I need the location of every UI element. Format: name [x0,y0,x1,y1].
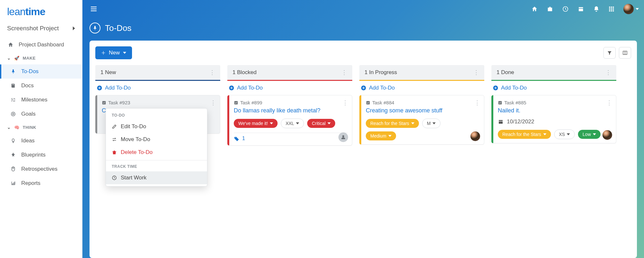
layout-button[interactable] [619,47,631,59]
task-menu-icon[interactable]: ⋮ [342,99,348,106]
page-title: To-Dos [82,18,644,41]
plus-circle-icon [493,85,498,91]
filter-button[interactable] [603,47,616,59]
column-header: 1 Done ⋮ [491,65,616,81]
task-context-menu: TO-DO Edit To-Do Move To-Do [106,108,207,186]
assignee-avatar[interactable] [602,130,612,140]
assignee-avatar[interactable] [470,131,480,141]
task-card[interactable]: Task #899 Do llamas really like death me… [227,95,352,146]
task-card[interactable]: Task #884 Creating some awesome stuff ⋮ … [359,95,484,145]
column-header: 1 New ⋮ [95,65,220,81]
menu-section: TO-DO [106,110,207,120]
task-title[interactable]: Do llamas really like death metal? [234,107,347,114]
task-tag[interactable]: Reach for the Stars [366,119,419,128]
menu-start-work[interactable]: Start Work [106,171,207,184]
add-todo[interactable]: Add To-Do [359,81,484,95]
nav-blueprints[interactable]: Blueprints [0,148,82,162]
task-card[interactable]: Task #885 Nailed it. ⋮ 10/12/2022 Reach … [491,95,616,143]
home-icon[interactable] [531,6,538,12]
book-icon [10,83,17,88]
plus-circle-icon [97,85,102,91]
user-menu[interactable] [623,4,639,14]
task-size[interactable]: M [422,119,441,128]
assignee-avatar[interactable] [338,132,348,142]
svg-rect-13 [611,10,612,12]
apps-icon[interactable] [609,6,614,12]
task-priority[interactable]: Low [578,130,601,139]
add-todo[interactable]: Add To-Do [491,81,616,95]
nav-label: Goals [21,111,35,117]
column-menu-icon[interactable]: ⋮ [341,69,347,76]
task-title[interactable]: Nailed it. [498,107,611,114]
nav-reports[interactable]: Reports [0,176,82,190]
task-title[interactable]: Creating some awesome stuff [366,107,479,114]
avatar [623,4,634,14]
nav-dashboard[interactable]: Project Dashboard [0,38,82,52]
logo[interactable]: leantime [0,0,82,22]
column-menu-icon[interactable]: ⋮ [605,69,611,76]
nav-label: To-Dos [21,68,39,75]
task-menu-icon[interactable]: ⋮ [210,99,216,106]
home-icon [7,42,14,48]
check-icon [234,100,238,105]
svg-point-22 [342,135,344,137]
check-icon [366,100,370,105]
calendar-icon[interactable] [578,6,584,12]
sidebar: leantime Screenshot Project Project Dash… [0,0,82,258]
task-priority[interactable]: Medium [366,131,396,140]
plus-circle-icon [229,85,234,91]
caret-down-icon [123,52,126,54]
section-label: MAKE [23,56,36,61]
task-priority[interactable]: Critical [307,119,335,128]
board: New 1 New ⋮ Add To-Do [90,41,637,258]
tag-count[interactable]: 1 [242,136,245,141]
task-tag[interactable]: We've made it! [234,119,278,128]
project-selector[interactable]: Screenshot Project [0,22,82,38]
plus-icon [101,51,106,55]
nav-milestones[interactable]: Milestones [0,93,82,107]
task-size[interactable]: XS [554,129,575,139]
tags-icon [234,136,240,141]
nav-todos[interactable]: To-Dos [0,64,82,79]
add-todo[interactable]: Add To-Do [227,81,352,95]
task-date[interactable]: 10/12/2022 [498,119,611,125]
column-menu-icon[interactable]: ⋮ [209,69,215,76]
bell-icon[interactable] [593,6,600,12]
menu-delete[interactable]: Delete To-Do [106,146,207,159]
svg-rect-21 [234,101,238,104]
add-todo[interactable]: Add To-Do [95,81,220,95]
nav-goals[interactable]: Goals [0,107,82,121]
menu-edit[interactable]: Edit To-Do [106,120,207,133]
nav-label: Docs [21,82,34,89]
briefcase-icon[interactable] [547,6,553,12]
column-done: 1 Done ⋮ Add To-Do Task #885 Nailed it. [491,65,616,146]
task-size[interactable]: XXL [281,119,304,128]
add-todo-label: Add To-Do [105,85,131,91]
task-menu-icon[interactable]: ⋮ [606,99,612,106]
column-menu-icon[interactable]: ⋮ [473,69,479,76]
compass-icon [10,152,17,158]
new-button[interactable]: New [95,46,132,59]
svg-rect-12 [609,10,611,12]
column-new: 1 New ⋮ Add To-Do Task #923 Cre ⋮ [95,65,220,146]
nav-docs[interactable]: Docs [0,79,82,93]
svg-rect-7 [611,7,612,8]
column-progress: 1 In Progress ⋮ Add To-Do Task #884 Crea… [359,65,484,146]
brain-icon: 🧠 [14,125,20,130]
section-label: THINK [23,125,36,130]
section-make[interactable]: ⌄ 🚀 MAKE [0,52,82,64]
history-icon[interactable] [562,6,569,12]
hamburger-icon[interactable] [88,5,100,13]
task-tag[interactable]: Reach for the Stars [498,130,551,139]
task-menu-icon[interactable]: ⋮ [474,99,480,106]
svg-rect-6 [609,7,611,8]
nav-ideas[interactable]: Ideas [0,134,82,148]
column-title: 1 In Progress [365,69,397,76]
menu-move[interactable]: Move To-Do [106,133,207,146]
nav-retrospectives[interactable]: Retrospectives [0,162,82,176]
section-think[interactable]: ⌄ 🧠 THINK [0,121,82,134]
task-card[interactable]: Task #923 Cre ⋮ TO-DO Edit To-Do [95,95,220,134]
bulb-icon [10,138,17,144]
task-footer: 1 [234,133,347,141]
chart-icon [10,181,17,186]
